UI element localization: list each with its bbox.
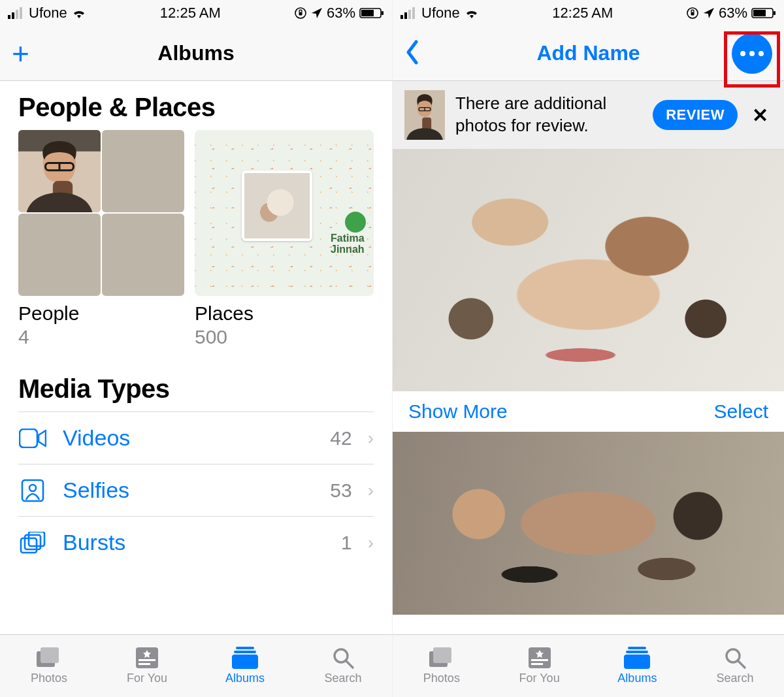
status-bar: Ufone 12:25 AM 63% [393, 0, 784, 26]
tab-photos[interactable]: Photos [393, 635, 491, 697]
signal-icon [400, 7, 417, 19]
tab-label: Search [717, 672, 754, 685]
media-type-count: 53 [330, 479, 351, 502]
photos-icon [36, 647, 62, 669]
key-photo[interactable] [393, 150, 784, 391]
media-type-label: Selfies [63, 478, 314, 503]
svg-rect-47 [531, 663, 543, 665]
video-icon [18, 429, 47, 448]
tab-albums[interactable]: Albums [196, 635, 294, 697]
svg-rect-23 [139, 659, 155, 661]
search-icon [330, 647, 356, 669]
tab-bar: Photos For You Albums Search [0, 634, 392, 697]
svg-rect-5 [299, 12, 302, 16]
person-thumbnail [102, 214, 184, 296]
svg-rect-31 [404, 12, 407, 19]
chevron-right-icon: › [368, 532, 374, 553]
banner-message: There are additional photos for review. [455, 93, 642, 137]
section-people-places: People & Places [0, 81, 392, 130]
dismiss-banner-button[interactable]: ✕ [748, 104, 772, 127]
svg-rect-35 [691, 12, 694, 16]
tab-for-you[interactable]: For You [491, 635, 589, 697]
svg-rect-49 [626, 651, 648, 653]
battery-pct-label: 63% [719, 5, 747, 22]
svg-rect-26 [234, 651, 256, 653]
review-banner: There are additional photos for review. … [393, 81, 784, 150]
burst-icon [18, 532, 47, 554]
review-button[interactable]: REVIEW [653, 100, 738, 130]
tab-label: Albums [617, 672, 657, 685]
chevron-right-icon: › [368, 428, 374, 449]
places-pin-photo [242, 170, 312, 241]
status-bar: Ufone 12:25 AM 63% [0, 0, 392, 26]
svg-rect-24 [139, 663, 150, 665]
svg-rect-33 [412, 7, 415, 19]
battery-icon [751, 7, 776, 19]
show-more-button[interactable]: Show More [408, 400, 508, 423]
media-type-videos[interactable]: Videos 42 › [18, 412, 374, 464]
signal-icon [8, 7, 25, 19]
svg-rect-32 [408, 10, 411, 19]
actions-strip: Show More Select [393, 391, 784, 432]
wifi-icon [464, 7, 480, 19]
tab-for-you[interactable]: For You [98, 635, 196, 697]
tab-albums[interactable]: Albums [589, 635, 687, 697]
svg-rect-38 [774, 11, 776, 15]
location-icon [311, 7, 323, 19]
svg-rect-0 [8, 15, 10, 19]
places-album-tile[interactable]: Fatima Jinnah Places 500 [195, 130, 374, 348]
for-you-icon [134, 647, 160, 669]
add-name-button[interactable]: Add Name [393, 41, 784, 65]
selfie-icon [18, 479, 47, 502]
media-type-selfies[interactable]: Selfies 53 › [18, 464, 374, 516]
clock-label: 12:25 AM [160, 5, 221, 22]
svg-rect-21 [41, 647, 59, 663]
tab-bar: Photos For You Albums Search [393, 634, 784, 697]
svg-rect-48 [628, 647, 646, 649]
photos-icon [429, 647, 455, 669]
svg-rect-7 [361, 10, 374, 16]
svg-rect-44 [433, 647, 451, 663]
wifi-icon [71, 7, 87, 19]
tab-search[interactable]: Search [686, 635, 784, 697]
add-album-button[interactable]: + [12, 39, 29, 69]
svg-line-52 [738, 661, 745, 668]
tab-search[interactable]: Search [294, 635, 392, 697]
places-label: Places [195, 302, 374, 325]
tab-label: For You [127, 672, 167, 685]
svg-rect-25 [236, 647, 254, 649]
tab-label: Photos [423, 672, 460, 685]
search-icon [722, 647, 748, 669]
select-button[interactable]: Select [714, 400, 768, 423]
clock-label: 12:25 AM [552, 5, 613, 22]
tab-photos[interactable]: Photos [0, 635, 98, 697]
svg-line-29 [346, 661, 353, 668]
battery-icon [359, 7, 384, 19]
svg-rect-18 [25, 535, 41, 549]
banner-thumbnail [404, 90, 445, 140]
svg-rect-46 [531, 659, 548, 661]
carrier-label: Ufone [29, 5, 67, 22]
svg-rect-30 [400, 15, 403, 19]
svg-rect-3 [20, 7, 22, 19]
location-icon [703, 7, 715, 19]
people-label: People [18, 302, 184, 325]
people-album-tile[interactable]: People 4 [18, 130, 184, 348]
more-options-button[interactable] [732, 33, 772, 74]
places-count: 500 [195, 326, 374, 348]
person-thumbnail [102, 130, 184, 212]
nav-title: Albums [0, 41, 392, 65]
media-type-count: 1 [341, 532, 352, 554]
photo-grid-item[interactable] [393, 432, 784, 615]
albums-icon [624, 647, 650, 669]
svg-rect-1 [12, 12, 14, 19]
nav-bar: Add Name [393, 26, 784, 81]
media-type-bursts[interactable]: Bursts 1 › [18, 516, 374, 568]
battery-pct-label: 63% [327, 5, 355, 22]
svg-rect-50 [624, 655, 650, 669]
park-icon [345, 212, 366, 233]
nav-bar: + Albums [0, 26, 392, 81]
rotation-lock-icon [686, 7, 699, 20]
back-button[interactable] [404, 39, 420, 68]
rotation-lock-icon [294, 7, 307, 20]
